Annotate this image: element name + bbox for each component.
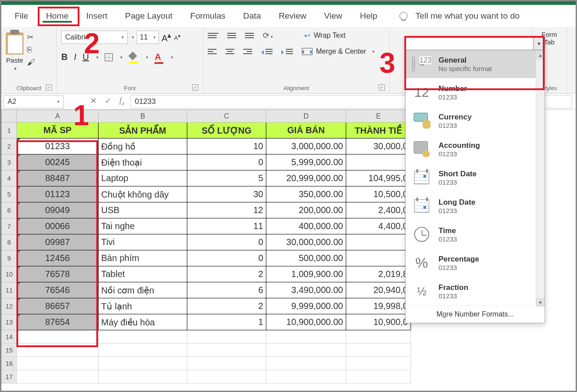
decrease-indent-icon[interactable] <box>261 49 273 54</box>
format-option-currency[interactable]: Currency01233 <box>406 107 545 135</box>
cell-E9[interactable] <box>346 250 411 266</box>
row-header-1[interactable]: 1 <box>2 123 17 139</box>
cell-E7[interactable]: 4,400,0 <box>346 218 411 234</box>
cell-B12[interactable]: Tủ lạnh <box>99 298 187 314</box>
tab-view[interactable]: View <box>315 7 351 25</box>
cell-D5[interactable]: 350,000.00 <box>266 186 346 202</box>
clipboard-launcher[interactable]: ⤢ <box>46 84 52 91</box>
format-option-time[interactable]: Time01233 <box>406 220 545 249</box>
cell-C8[interactable]: 0 <box>187 234 266 250</box>
cell-E11[interactable]: 20,940,0 <box>346 282 411 298</box>
cell-D8[interactable]: 30,000,000.00 <box>266 234 346 250</box>
more-number-formats[interactable]: More Number Formats... <box>406 305 545 323</box>
cell-B9[interactable]: Bàn phím <box>99 250 187 266</box>
row-header-3[interactable]: 3 <box>2 154 17 170</box>
cell-A10[interactable]: 76578 <box>17 266 99 282</box>
row-header-6[interactable]: 6 <box>2 202 17 218</box>
underline-button[interactable]: U <box>83 52 89 62</box>
fx-icon[interactable]: fx <box>119 96 125 107</box>
tab-insert[interactable]: Insert <box>77 7 116 25</box>
row-header-15[interactable]: 15 <box>2 344 17 357</box>
cell-E12[interactable]: 19,998,0 <box>346 298 411 314</box>
header-san-pham[interactable]: SẢN PHẨM <box>99 123 187 139</box>
font-size-select[interactable]: 11▾ <box>137 31 159 44</box>
copy-icon[interactable]: ⎘ <box>27 46 35 54</box>
row-header-12[interactable]: 12 <box>2 298 17 314</box>
col-header-A[interactable]: A <box>17 110 99 123</box>
tab-home[interactable]: Home <box>37 7 78 25</box>
cell-D3[interactable]: 5,999,000.00 <box>266 154 346 170</box>
cell-E13[interactable]: 10,900,0 <box>346 314 411 330</box>
cell-E6[interactable]: 2,400,0 <box>346 202 411 218</box>
cell-D13[interactable]: 10,900,000.00 <box>266 314 346 330</box>
cell-C12[interactable]: 2 <box>187 298 266 314</box>
tab-review[interactable]: Review <box>270 7 315 25</box>
cell-A6[interactable]: 09049 <box>17 202 99 218</box>
row-header-17[interactable]: 17 <box>2 370 17 384</box>
cell-E8[interactable] <box>346 234 411 250</box>
cell-B6[interactable]: USB <box>99 202 187 218</box>
cell-A11[interactable]: 76546 <box>17 282 99 298</box>
format-option-accounting[interactable]: Accounting 01233 <box>406 135 545 163</box>
col-header-C[interactable]: C <box>187 110 266 123</box>
cell-E2[interactable]: 30,000,0 <box>346 139 411 154</box>
cell-D11[interactable]: 3,490,000.00 <box>266 282 346 298</box>
row-header-13[interactable]: 13 <box>2 314 17 330</box>
col-header-D[interactable]: D <box>266 110 346 123</box>
number-format-selector[interactable]: ▼ <box>405 37 545 50</box>
cell-A7[interactable]: 00066 <box>17 218 99 234</box>
cell-C7[interactable]: 11 <box>187 218 266 234</box>
cell-C4[interactable]: 5 <box>187 170 266 186</box>
wrap-text-button[interactable]: ↩Wrap Text <box>304 31 345 40</box>
col-header-B[interactable]: B <box>99 110 187 123</box>
cell-A2[interactable]: 01233 <box>17 139 99 154</box>
cell-D6[interactable]: 200,000.00 <box>266 202 346 218</box>
tab-formulas[interactable]: Formulas <box>182 7 234 25</box>
cell-D10[interactable]: 1,009,900.00 <box>266 266 346 282</box>
paste-button[interactable]: Paste▼ <box>6 31 24 71</box>
cell-B4[interactable]: Laptop <box>99 170 187 186</box>
cell-B7[interactable]: Tai nghe <box>99 218 187 234</box>
italic-button[interactable]: I <box>74 52 76 62</box>
header-so-luong[interactable]: SỐ LƯỢNG <box>187 123 266 139</box>
align-right-icon[interactable] <box>243 49 252 54</box>
row-header-14[interactable]: 14 <box>2 330 17 344</box>
format-option-shortdate[interactable]: Short Date01233 <box>406 163 545 192</box>
borders-icon[interactable] <box>105 53 113 61</box>
row-header-16[interactable]: 16 <box>2 357 17 370</box>
cell-B13[interactable]: Máy điều hòa <box>99 314 187 330</box>
row-header-8[interactable]: 8 <box>2 234 17 250</box>
cell-E10[interactable]: 2,019,8 <box>346 266 411 282</box>
tab-help[interactable]: Help <box>351 7 386 25</box>
row-header-10[interactable]: 10 <box>2 266 17 282</box>
cell-D12[interactable]: 9,999,000.00 <box>266 298 346 314</box>
cell-D2[interactable]: 3,000,000.00 <box>266 139 346 154</box>
font-name-select[interactable]: Calibri▾ <box>61 31 128 44</box>
cell-C5[interactable]: 30 <box>187 186 266 202</box>
increase-indent-icon[interactable] <box>281 49 293 54</box>
align-top-icon[interactable] <box>208 33 218 38</box>
row-header-7[interactable]: 7 <box>2 218 17 234</box>
format-painter-icon[interactable]: 🖌 <box>27 58 35 66</box>
align-bottom-icon[interactable] <box>245 33 254 38</box>
format-option-fraction[interactable]: ½ Fraction01233 <box>406 277 545 305</box>
grow-font-icon[interactable]: A▴ <box>162 31 171 44</box>
cell-E4[interactable]: 104,995,0 <box>346 170 411 186</box>
row-header-5[interactable]: 5 <box>2 186 17 202</box>
cell-A13[interactable]: 87654 <box>17 314 99 330</box>
cancel-formula-icon[interactable]: ✕ <box>90 96 97 107</box>
format-option-longdate[interactable]: Long Date01233 <box>406 192 545 220</box>
cell-E5[interactable]: 10,500,0 <box>346 186 411 202</box>
cell-A12[interactable]: 86657 <box>17 298 99 314</box>
cell-D9[interactable]: 500,000.00 <box>266 250 346 266</box>
cell-A8[interactable]: 09987 <box>17 234 99 250</box>
row-header-2[interactable]: 2 <box>2 139 17 154</box>
merge-center-button[interactable]: Merge & Center▾ <box>302 48 375 55</box>
format-option-general[interactable]: 123 GeneralNo specific format <box>406 50 545 78</box>
cell-A5[interactable]: 01123 <box>17 186 99 202</box>
cell-D7[interactable]: 400,000.00 <box>266 218 346 234</box>
cell-B2[interactable]: Đồng hồ <box>99 139 187 154</box>
format-option-percentage[interactable]: % Percentage01233 <box>406 249 545 277</box>
cell-C9[interactable]: 0 <box>187 250 266 266</box>
tab-file[interactable]: File <box>6 7 37 25</box>
